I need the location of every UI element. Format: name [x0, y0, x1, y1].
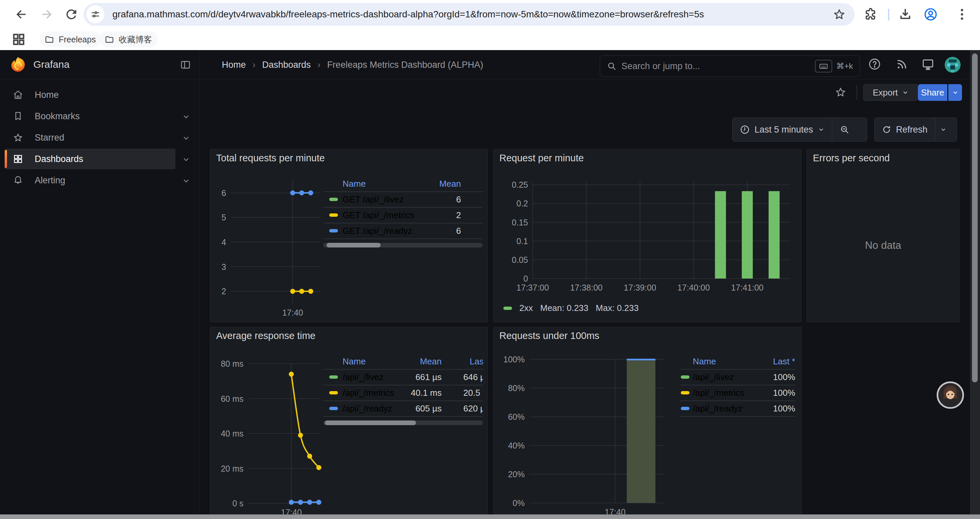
legend-row[interactable]: /api/_/readyz605 µs620 µs [323, 401, 483, 416]
assistant-avatar[interactable] [937, 382, 964, 409]
grafana-app: Grafana Home›Dashboards›Freeleaps Metric… [0, 50, 980, 519]
legend-row[interactable]: /api/_/metrics40.1 ms20.5 ms [323, 385, 483, 401]
search-input[interactable]: Search or jump to... ⌘+k [600, 56, 860, 77]
series-value: 646 µs [463, 372, 483, 382]
series-value: 2 [456, 210, 461, 220]
export-button[interactable]: Export [863, 84, 918, 101]
grafana-logo[interactable] [10, 56, 27, 73]
chevron-down-icon [940, 126, 947, 133]
column-header[interactable]: Name [342, 179, 366, 189]
column-header[interactable]: Mean [439, 179, 461, 189]
sidebar-divider [199, 50, 199, 519]
reload-icon[interactable] [64, 7, 79, 22]
legend-row[interactable]: /api/_/livez661 µs646 µs [323, 369, 483, 385]
column-header[interactable]: Last * [470, 356, 483, 367]
scrollbar-thumb[interactable] [972, 53, 978, 382]
user-avatar[interactable] [945, 57, 961, 73]
sidebar-item-home[interactable]: Home [0, 85, 199, 105]
chevron-down-icon[interactable] [182, 155, 191, 164]
legend[interactable]: 2xx Mean: 0.233 Max: 0.233 [503, 303, 639, 313]
svg-text:17:40:00: 17:40:00 [678, 283, 710, 292]
breadcrumb-item: Freeleaps Metrics Dashboard (ALPHA) [327, 60, 483, 70]
sidebar-item-dashboards[interactable]: Dashboards [0, 149, 199, 169]
horizontal-scrollbar[interactable] [0, 514, 980, 519]
sidebar-toggle-icon[interactable] [180, 59, 191, 70]
time-controls: Last 5 minutes [732, 118, 867, 142]
svg-text:0: 0 [523, 274, 528, 283]
page-scrollbar[interactable] [970, 50, 980, 514]
series-swatch [329, 229, 338, 232]
bookmark-icon [13, 111, 23, 121]
extensions-icon[interactable] [863, 7, 878, 22]
legend-row[interactable]: GET /api/_/readyz6 [323, 223, 483, 238]
column-header[interactable]: Name [693, 356, 716, 367]
folder-icon [45, 35, 54, 44]
share-menu-button[interactable] [948, 84, 962, 101]
bar-chart[interactable]: 00.050.10.150.20.2517:37:0017:38:0017:39… [493, 149, 802, 322]
forward-icon[interactable] [39, 7, 54, 22]
chevron-down-icon[interactable] [182, 134, 191, 142]
svg-text:100%: 100% [503, 355, 525, 364]
svg-text:0.25: 0.25 [512, 180, 528, 189]
legend-row[interactable]: GET /api/_/livez6 [323, 192, 483, 207]
url-text[interactable]: grafana.mathmast.com/d/deytv4rwavabkb/fr… [112, 9, 832, 20]
refresh-interval-button[interactable] [935, 118, 951, 141]
grafana-header: Grafana Home›Dashboards›Freeleaps Metric… [0, 50, 980, 80]
bookmark-folder[interactable]: Freeleaps [39, 31, 101, 48]
svg-text:80 ms: 80 ms [221, 359, 243, 368]
sidebar-item-starred[interactable]: Starred [0, 127, 199, 148]
series-value: 40.1 ms [411, 387, 442, 398]
breadcrumb-item[interactable]: Dashboards [262, 60, 311, 70]
folder-icon [105, 35, 114, 44]
legend-row[interactable]: /api/_/livez100% [680, 369, 795, 385]
browser-toolbar: grafana.mathmast.com/d/deytv4rwavabkb/fr… [0, 0, 980, 29]
bookmark-folder[interactable]: 收藏博客 [99, 31, 158, 48]
breadcrumb-item[interactable]: Home [222, 60, 246, 70]
legend-scrollbar[interactable] [323, 420, 483, 425]
column-header[interactable]: Name [342, 356, 366, 367]
chevron-down-icon[interactable] [182, 176, 191, 185]
help-icon[interactable] [868, 57, 881, 71]
share-button[interactable]: Share [918, 84, 947, 101]
series-value: 6 [456, 194, 461, 204]
legend-scrollbar[interactable] [323, 243, 483, 248]
site-info-icon[interactable] [86, 5, 104, 23]
search-shortcut: ⌘+k [836, 61, 853, 71]
sidebar-item-bookmarks[interactable]: Bookmarks [0, 106, 199, 126]
series-value: 100% [773, 372, 795, 382]
time-range-picker[interactable]: Last 5 minutes [732, 118, 832, 141]
address-bar[interactable]: grafana.mathmast.com/d/deytv4rwavabkb/fr… [83, 3, 854, 26]
svg-text:0 s: 0 s [232, 498, 243, 508]
sidebar-item-alerting[interactable]: Alerting [0, 170, 199, 191]
column-header[interactable]: Last * [773, 356, 795, 367]
keyboard-icon [815, 60, 832, 72]
svg-text:3: 3 [221, 262, 226, 271]
refresh-controls: Refresh [874, 118, 957, 142]
browser-menu-icon[interactable] [955, 7, 969, 22]
legend-table: NameMeanLast */api/_/livez661 µs646 µs/a… [323, 354, 483, 434]
news-rss-icon[interactable] [895, 57, 908, 71]
svg-text:60%: 60% [508, 412, 525, 422]
favorite-star-icon[interactable] [835, 86, 846, 98]
monitor-icon[interactable] [921, 57, 935, 71]
brand-name[interactable]: Grafana [33, 59, 69, 70]
back-icon[interactable] [14, 7, 29, 22]
svg-text:20 ms: 20 ms [221, 464, 243, 473]
chevron-down-icon[interactable] [182, 112, 191, 121]
series-swatch [503, 307, 512, 310]
zoom-out-button[interactable] [832, 118, 857, 141]
legend-row[interactable]: /api/_/metrics100% [680, 385, 795, 401]
profile-icon[interactable] [923, 7, 938, 22]
bookmark-star-icon[interactable] [832, 8, 846, 21]
column-header[interactable]: Mean [420, 356, 442, 367]
refresh-button[interactable]: Refresh [875, 118, 935, 141]
home-icon [13, 89, 23, 100]
legend-row[interactable]: /api/_/readyz100% [680, 401, 795, 416]
series-value: 661 µs [415, 372, 442, 382]
breadcrumb: Home›Dashboards›Freeleaps Metrics Dashbo… [222, 50, 483, 80]
downloads-icon[interactable] [898, 7, 913, 22]
apps-grid-icon[interactable] [11, 32, 26, 47]
bookmarks-bar: Freeleaps收藏博客 [0, 29, 980, 50]
legend-row[interactable]: GET /api/_/metrics2 [323, 207, 483, 223]
sidebar-item-label: Home [35, 90, 59, 100]
